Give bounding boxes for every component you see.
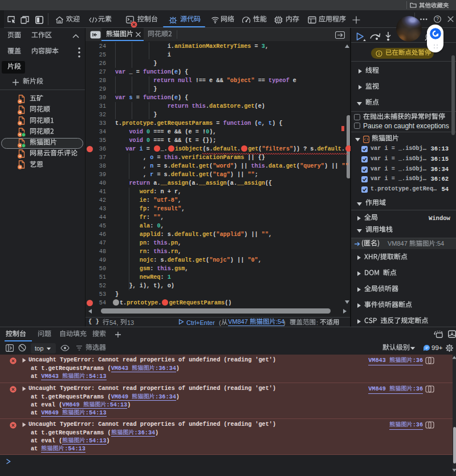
svg-text:?: ? bbox=[436, 16, 439, 22]
